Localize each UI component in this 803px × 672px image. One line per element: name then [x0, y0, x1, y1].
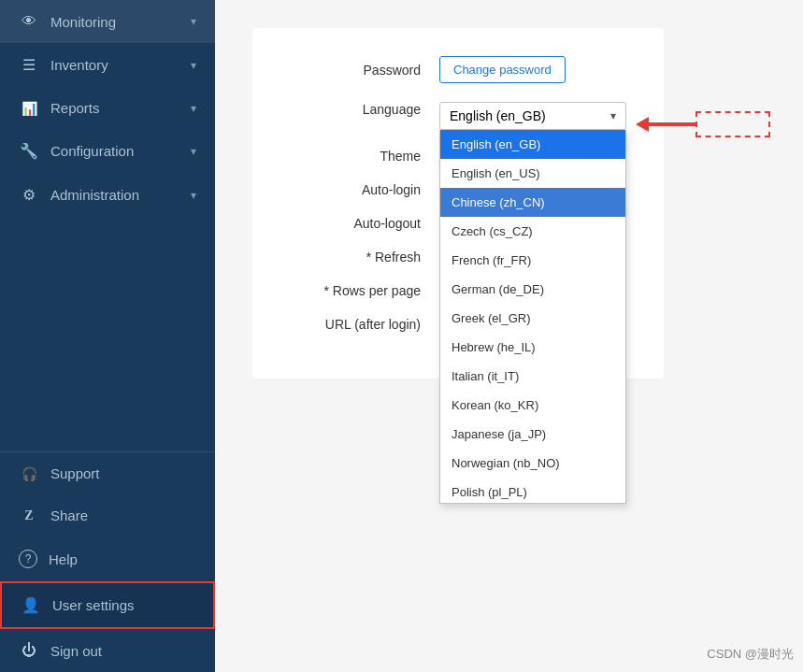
- sidebar-item-inventory[interactable]: ☰ Inventory ▾: [0, 43, 215, 87]
- sidebar-item-label: Share: [50, 508, 196, 523]
- sidebar-item-reports[interactable]: 📊 Reports ▾: [0, 87, 215, 129]
- user-settings-icon: 👤: [21, 596, 41, 614]
- rows-per-page-label: * Rows per page: [290, 283, 421, 298]
- password-label: Password: [290, 63, 421, 78]
- dropdown-option[interactable]: Korean (ko_KR): [440, 391, 625, 420]
- sidebar-item-administration[interactable]: ⚙ Administration ▾: [0, 173, 215, 217]
- chevron-icon: ▾: [191, 102, 196, 115]
- sidebar-top: 👁 Monitoring ▾ ☰ Inventory ▾ 📊 Reports ▾…: [0, 0, 215, 451]
- sidebar-item-label: Monitoring: [50, 14, 179, 30]
- support-icon: 🎧: [19, 466, 39, 481]
- change-password-button[interactable]: Change password: [439, 56, 566, 83]
- arrow-head-icon: [636, 117, 649, 132]
- dropdown-option[interactable]: Polish (pl_PL): [440, 478, 625, 504]
- user-settings-form: Password Change password Language Englis…: [252, 28, 664, 379]
- watermark: CSDN @漫时光: [707, 646, 794, 663]
- sidebar-item-label: User settings: [52, 597, 194, 613]
- language-row: Language English (en_GB) ▾ English (en_G…: [290, 102, 626, 130]
- dropdown-option[interactable]: Norwegian (nb_NO): [440, 449, 625, 478]
- sidebar-item-label: Administration: [50, 187, 179, 203]
- language-dropdown-trigger[interactable]: English (en_GB) ▾: [439, 102, 626, 130]
- auto-logout-label: Auto-logout: [290, 216, 421, 231]
- dropdown-option[interactable]: English (en_GB): [440, 130, 625, 159]
- sidebar-item-monitoring[interactable]: 👁 Monitoring ▾: [0, 0, 215, 43]
- arrow-body: [649, 122, 695, 126]
- chevron-icon: ▾: [191, 59, 196, 72]
- password-row: Password Change password: [290, 56, 626, 83]
- sidebar-item-sign-out[interactable]: ⏻ Sign out: [0, 629, 215, 672]
- administration-icon: ⚙: [19, 186, 39, 204]
- language-dropdown[interactable]: English (en_GB) ▾ English (en_GB)English…: [439, 102, 626, 130]
- sidebar-item-share[interactable]: Z Share: [0, 494, 215, 536]
- language-dropdown-list: English (en_GB)English (en_US)Chinese (z…: [439, 130, 626, 504]
- sidebar-item-user-settings[interactable]: 👤 User settings: [0, 581, 215, 629]
- sidebar-item-label: Inventory: [50, 57, 179, 73]
- chevron-icon: ▾: [191, 189, 196, 202]
- sidebar-item-label: Sign out: [50, 643, 196, 659]
- share-icon: Z: [19, 508, 39, 523]
- configuration-icon: 🔧: [19, 142, 39, 160]
- help-icon: ?: [19, 550, 37, 568]
- dropdown-option[interactable]: French (fr_FR): [440, 246, 625, 275]
- sidebar-bottom: 🎧 Support Z Share ? Help 👤 User settings…: [0, 451, 215, 672]
- sidebar-item-help[interactable]: ? Help: [0, 536, 215, 581]
- main-content: Password Change password Language Englis…: [215, 0, 803, 672]
- language-label: Language: [290, 102, 421, 117]
- dropdown-option[interactable]: English (en_US): [440, 159, 625, 188]
- language-selected-value: English (en_GB): [450, 108, 546, 123]
- annotation: [636, 111, 770, 137]
- dashed-rect: [695, 111, 770, 137]
- dropdown-option[interactable]: Japanese (ja_JP): [440, 420, 625, 449]
- url-after-login-label: URL (after login): [290, 317, 421, 332]
- dropdown-option[interactable]: German (de_DE): [440, 275, 625, 304]
- refresh-label: * Refresh: [290, 250, 421, 265]
- chevron-down-icon: ▾: [610, 109, 616, 122]
- dropdown-option[interactable]: Hebrew (he_IL): [440, 333, 625, 362]
- sidebar-item-label: Support: [50, 465, 196, 481]
- theme-label: Theme: [290, 149, 421, 164]
- dropdown-option[interactable]: Greek (el_GR): [440, 304, 625, 333]
- sidebar-item-configuration[interactable]: 🔧 Configuration ▾: [0, 129, 215, 173]
- sidebar-item-label: Help: [49, 551, 196, 567]
- sidebar-item-support[interactable]: 🎧 Support: [0, 452, 215, 494]
- chevron-icon: ▾: [191, 145, 196, 158]
- dropdown-option[interactable]: Czech (cs_CZ): [440, 217, 625, 246]
- sidebar: 👁 Monitoring ▾ ☰ Inventory ▾ 📊 Reports ▾…: [0, 0, 215, 672]
- inventory-icon: ☰: [19, 56, 39, 74]
- dropdown-option[interactable]: Chinese (zh_CN): [440, 188, 625, 217]
- monitoring-icon: 👁: [19, 13, 39, 30]
- sidebar-item-label: Reports: [50, 100, 179, 116]
- reports-icon: 📊: [19, 101, 39, 116]
- sign-out-icon: ⏻: [19, 642, 39, 659]
- auto-login-label: Auto-login: [290, 182, 421, 197]
- dropdown-option[interactable]: Italian (it_IT): [440, 362, 625, 391]
- chevron-icon: ▾: [191, 15, 196, 28]
- sidebar-item-label: Configuration: [50, 143, 179, 159]
